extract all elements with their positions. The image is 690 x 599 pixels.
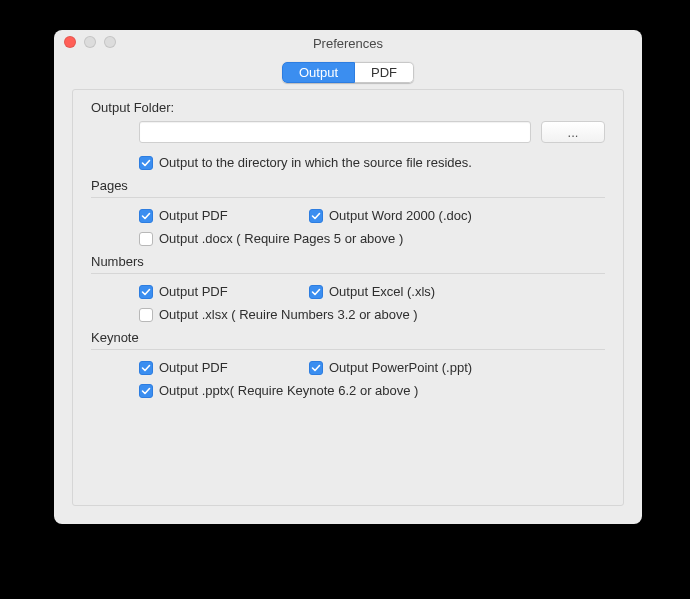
- pages-pdf-checkbox[interactable]: [139, 209, 153, 223]
- pages-word-checkbox[interactable]: [309, 209, 323, 223]
- keynote-ppt-label: Output PowerPoint (.ppt): [329, 360, 472, 375]
- numbers-xlsx-label: Output .xlsx ( Reuire Numbers 3.2 or abo…: [159, 307, 418, 322]
- keynote-pptx-checkbox[interactable]: [139, 384, 153, 398]
- pages-heading: Pages: [91, 178, 605, 193]
- browse-button[interactable]: ...: [541, 121, 605, 143]
- numbers-pdf-label: Output PDF: [159, 284, 228, 299]
- titlebar: Preferences: [54, 30, 642, 52]
- pages-pdf-label: Output PDF: [159, 208, 228, 223]
- numbers-excel-label: Output Excel (.xls): [329, 284, 435, 299]
- same-dir-checkbox[interactable]: [139, 156, 153, 170]
- traffic-lights: [64, 36, 116, 48]
- close-icon[interactable]: [64, 36, 76, 48]
- minimize-icon[interactable]: [84, 36, 96, 48]
- pages-docx-checkbox[interactable]: [139, 232, 153, 246]
- numbers-excel-checkbox[interactable]: [309, 285, 323, 299]
- same-dir-label: Output to the directory in which the sou…: [159, 155, 472, 170]
- zoom-icon[interactable]: [104, 36, 116, 48]
- output-panel: Output Folder: ... Output to the directo…: [72, 89, 624, 506]
- tab-output[interactable]: Output: [282, 62, 355, 83]
- output-folder-label: Output Folder:: [91, 100, 605, 115]
- numbers-heading: Numbers: [91, 254, 605, 269]
- output-folder-input[interactable]: [139, 121, 531, 143]
- pages-word-label: Output Word 2000 (.doc): [329, 208, 472, 223]
- preferences-window: Preferences Output PDF Output Folder: ..…: [54, 30, 642, 524]
- window-title: Preferences: [54, 32, 642, 51]
- numbers-pdf-checkbox[interactable]: [139, 285, 153, 299]
- keynote-pdf-checkbox[interactable]: [139, 361, 153, 375]
- keynote-pdf-label: Output PDF: [159, 360, 228, 375]
- divider: [91, 349, 605, 350]
- pages-docx-label: Output .docx ( Require Pages 5 or above …: [159, 231, 403, 246]
- tab-pdf[interactable]: PDF: [355, 62, 414, 83]
- keynote-pptx-label: Output .pptx( Require Keynote 6.2 or abo…: [159, 383, 418, 398]
- keynote-heading: Keynote: [91, 330, 605, 345]
- numbers-xlsx-checkbox[interactable]: [139, 308, 153, 322]
- tab-bar: Output PDF: [54, 62, 642, 83]
- divider: [91, 197, 605, 198]
- keynote-ppt-checkbox[interactable]: [309, 361, 323, 375]
- divider: [91, 273, 605, 274]
